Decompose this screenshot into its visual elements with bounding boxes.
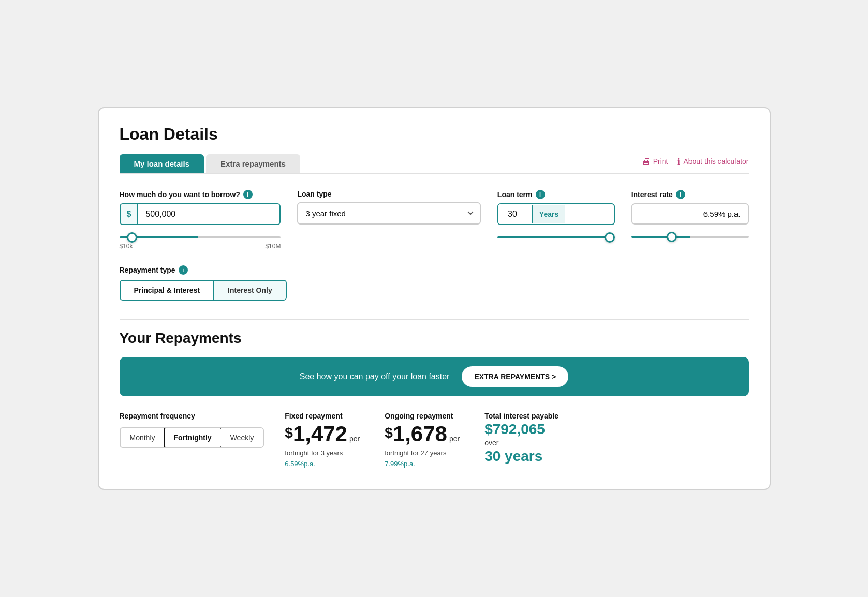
tab-my-loan-details[interactable]: My loan details <box>120 154 204 173</box>
interest-rate-slider-row <box>631 231 749 240</box>
tabs-row: My loan details Extra repayments 🖨 Print… <box>120 154 749 174</box>
principal-interest-btn[interactable]: Principal & Interest <box>121 281 215 300</box>
section-divider <box>120 319 749 320</box>
promo-banner: See how you can pay off your loan faster… <box>120 357 749 396</box>
tab-extra-repayments[interactable]: Extra repayments <box>206 154 300 173</box>
total-years: 30 years <box>484 448 558 465</box>
form-row: How much do you want to borrow? i $ $10k… <box>120 190 749 250</box>
repayment-type-section: Repayment type i Principal & Interest In… <box>120 265 749 301</box>
borrow-input-wrapper: $ <box>120 203 281 225</box>
fixed-repayment-sub: fortnight for 3 years <box>285 449 360 457</box>
ongoing-repayment-rate: 7.99%p.a. <box>385 459 460 468</box>
fixed-currency: $ <box>285 425 293 441</box>
borrow-slider-row: $10k $10M <box>120 231 281 250</box>
fixed-repayment-amount: $1,472per <box>285 422 360 446</box>
tabs-right: 🖨 Print ℹ About this calculator <box>642 157 749 171</box>
interest-only-btn[interactable]: Interest Only <box>214 281 286 300</box>
borrow-slider-labels: $10k $10M <box>120 243 281 250</box>
repayment-type-info-icon[interactable]: i <box>179 265 188 275</box>
interest-rate-display: 6.59% p.a. <box>631 203 749 225</box>
ongoing-repayment-sub: fortnight for 27 years <box>385 449 460 457</box>
borrow-label: How much do you want to borrow? i <box>120 190 281 199</box>
loan-type-group: Loan type Variable 1 year fixed 2 year f… <box>297 190 480 225</box>
total-interest-block: Total interest payable $792,065 over 30 … <box>484 412 558 468</box>
extra-repayments-btn[interactable]: EXTRA REPAYMENTS > <box>462 366 568 387</box>
loan-type-label: Loan type <box>297 190 480 198</box>
interest-rate-info-icon[interactable]: i <box>676 190 685 199</box>
fixed-repayment-block: Fixed repayment $1,472per fortnight for … <box>285 412 360 468</box>
repayment-type-label: Repayment type i <box>120 265 749 275</box>
ongoing-repayment-amount: $1,678per <box>385 422 460 446</box>
page-title: Loan Details <box>120 125 749 144</box>
about-calculator-link[interactable]: ℹ About this calculator <box>677 157 748 167</box>
frequency-toggle: Monthly Fortnightly Weekly <box>120 427 264 448</box>
loan-term-label: Loan term i <box>497 190 615 199</box>
tabs-left: My loan details Extra repayments <box>120 154 300 173</box>
repayments-title: Your Repayments <box>120 330 749 347</box>
ongoing-repayment-label: Ongoing repayment <box>385 412 460 420</box>
total-interest-amount: $792,065 <box>484 421 558 438</box>
loan-type-select[interactable]: Variable 1 year fixed 2 year fixed 3 yea… <box>297 202 480 225</box>
loan-term-input-wrapper: Years <box>497 203 615 225</box>
loan-term-input[interactable] <box>498 204 532 224</box>
repayment-type-toggle: Principal & Interest Interest Only <box>120 280 287 301</box>
borrow-info-icon[interactable]: i <box>243 190 253 199</box>
results-row: Repayment frequency Monthly Fortnightly … <box>120 412 749 468</box>
dollar-prefix: $ <box>121 204 139 224</box>
loan-term-info-icon[interactable]: i <box>536 190 545 199</box>
print-icon: 🖨 <box>642 157 650 166</box>
fortnightly-btn[interactable]: Fortnightly <box>164 427 222 448</box>
ongoing-repayment-block: Ongoing repayment $1,678per fortnight fo… <box>385 412 460 468</box>
fixed-repayment-label: Fixed repayment <box>285 412 360 420</box>
borrow-amount-group: How much do you want to borrow? i $ $10k… <box>120 190 281 250</box>
ongoing-currency: $ <box>385 425 393 441</box>
interest-rate-slider[interactable] <box>631 236 749 238</box>
interest-rate-label: Interest rate i <box>631 190 749 199</box>
weekly-btn[interactable]: Weekly <box>221 428 263 447</box>
borrow-amount-input[interactable] <box>138 204 279 224</box>
frequency-section: Repayment frequency Monthly Fortnightly … <box>120 412 264 448</box>
results-data: Fixed repayment $1,472per fortnight for … <box>285 412 748 468</box>
borrow-slider[interactable] <box>120 236 281 238</box>
promo-text: See how you can pay off your loan faster <box>300 372 450 381</box>
print-link[interactable]: 🖨 Print <box>642 157 668 166</box>
loan-term-group: Loan term i Years <box>497 190 615 241</box>
interest-rate-group: Interest rate i 6.59% p.a. <box>631 190 749 240</box>
loan-term-slider[interactable] <box>497 236 615 238</box>
total-interest-label: Total interest payable <box>484 412 558 420</box>
loan-term-slider-row <box>497 231 615 241</box>
total-over-text: over <box>484 439 558 447</box>
info-circle-icon: ℹ <box>677 157 680 167</box>
loan-term-suffix: Years <box>532 205 565 223</box>
monthly-btn[interactable]: Monthly <box>121 428 165 447</box>
fixed-repayment-rate: 6.59%p.a. <box>285 459 360 468</box>
loan-calculator-card: Loan Details My loan details Extra repay… <box>98 107 771 490</box>
frequency-label: Repayment frequency <box>120 412 264 420</box>
